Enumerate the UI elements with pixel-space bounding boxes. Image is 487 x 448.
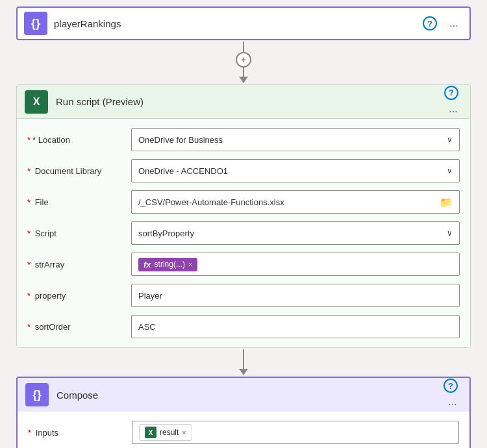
sort-order-control: ASC — [131, 315, 460, 338]
result-token-text: result — [160, 428, 179, 437]
run-script-header: X Run script (Preview) ? ... — [17, 85, 470, 119]
inputs-control: X result × — [132, 421, 459, 444]
file-picker-icon[interactable]: 📁 — [440, 196, 453, 208]
location-label: ** Location — [27, 135, 131, 145]
connector-line-1 — [243, 42, 244, 52]
run-script-help-button[interactable]: ? — [444, 86, 458, 100]
file-input[interactable]: /_CSV/Power-Automate-Functions.xlsx 📁 — [131, 190, 460, 214]
location-control: OneDrive for Business ∨ — [131, 128, 460, 151]
script-value: sortByProperty — [138, 229, 447, 238]
connector-1: + — [236, 42, 251, 83]
script-label: * Script — [27, 229, 131, 238]
run-script-header-actions: ? ... — [444, 86, 462, 118]
compose-body: * Inputs X result × — [18, 412, 469, 448]
sort-order-input[interactable]: ASC — [131, 315, 460, 338]
document-library-label: * Document Library — [27, 166, 131, 176]
property-label: * property — [27, 291, 131, 301]
header-actions: ? ... — [423, 14, 463, 32]
run-script-more-button[interactable]: ... — [444, 100, 462, 118]
compose-more-button[interactable]: ... — [443, 393, 462, 411]
property-field-row: * property Player — [27, 284, 460, 307]
inputs-token-field[interactable]: X result × — [132, 421, 459, 444]
compose-help-button[interactable]: ? — [443, 379, 458, 393]
file-field-row: * File /_CSV/Power-Automate-Functions.xl… — [27, 190, 460, 214]
help-button[interactable]: ? — [423, 16, 437, 31]
connector-2 — [239, 349, 248, 375]
script-field-row: * Script sortByProperty ∨ — [27, 221, 460, 245]
script-dropdown[interactable]: sortByProperty ∨ — [131, 221, 460, 245]
location-dropdown[interactable]: OneDrive for Business ∨ — [131, 128, 460, 151]
document-library-dropdown[interactable]: OneDrive - ACCENDO1 ∨ — [131, 159, 460, 182]
sort-order-value: ASC — [138, 322, 156, 332]
script-chevron-icon: ∨ — [447, 229, 453, 238]
compose-header-actions: ? ... — [443, 379, 462, 411]
sort-order-field-row: * sortOrder ASC — [27, 315, 460, 338]
string-token-chip[interactable]: fx string(...) × — [138, 258, 197, 271]
script-control: sortByProperty ∨ — [131, 221, 460, 245]
player-rankings-title: playerRankings — [54, 18, 423, 29]
connector-arrow-1 — [239, 77, 248, 83]
curly-brace-icon: {} — [24, 12, 47, 35]
token-close-button[interactable]: × — [188, 260, 192, 268]
str-array-label: * strArray — [27, 260, 131, 269]
connector-arrow-2 — [239, 369, 248, 375]
connector-line-3 — [243, 349, 244, 360]
document-library-value: OneDrive - ACCENDO1 — [138, 166, 447, 176]
result-token-close-button[interactable]: × — [182, 429, 186, 436]
document-library-field-row: * Document Library OneDrive - ACCENDO1 ∨ — [27, 159, 460, 182]
run-script-body: ** Location OneDrive for Business ∨ * Do… — [17, 119, 470, 347]
compose-curly-icon: {} — [25, 383, 49, 406]
property-value: Player — [138, 291, 162, 301]
result-token-chip[interactable]: X result × — [139, 424, 192, 441]
more-options-button[interactable]: ... — [445, 14, 463, 32]
fx-icon: fx — [144, 260, 151, 269]
property-input[interactable]: Player — [131, 284, 460, 307]
sort-order-label: * sortOrder — [27, 322, 131, 332]
compose-title: Compose — [56, 390, 443, 401]
player-rankings-block: {} playerRankings ? ... — [16, 6, 471, 40]
document-library-chevron-icon: ∨ — [447, 166, 453, 175]
str-array-field-row: * strArray fx string(...) × — [27, 253, 460, 276]
inputs-field-row: * Inputs X result × — [28, 421, 459, 444]
location-value: OneDrive for Business — [138, 135, 447, 145]
mini-excel-icon: X — [145, 427, 156, 438]
token-text: string(...) — [155, 260, 185, 269]
excel-icon: X — [25, 90, 48, 114]
run-script-title: Run script (Preview) — [56, 96, 444, 107]
compose-block: {} Compose ? ... * Inputs — [16, 377, 471, 448]
page-wrapper: {} playerRankings ? ... + X Run script (… — [0, 0, 487, 448]
file-value: /_CSV/Power-Automate-Functions.xlsx — [138, 197, 440, 207]
document-library-control: OneDrive - ACCENDO1 ∨ — [131, 159, 460, 182]
inputs-label: * Inputs — [28, 428, 132, 438]
property-control: Player — [131, 284, 460, 307]
file-control: /_CSV/Power-Automate-Functions.xlsx 📁 — [131, 190, 460, 214]
compose-header: {} Compose ? ... — [18, 378, 469, 412]
location-field-row: ** Location OneDrive for Business ∨ — [27, 128, 460, 151]
run-script-block: X Run script (Preview) ? ... ** Location… — [16, 84, 471, 348]
file-label: * File — [27, 197, 131, 207]
str-array-token-field[interactable]: fx string(...) × — [131, 253, 460, 276]
str-array-control: fx string(...) × — [131, 253, 460, 276]
add-step-button[interactable]: + — [236, 52, 251, 68]
location-chevron-icon: ∨ — [447, 135, 453, 144]
